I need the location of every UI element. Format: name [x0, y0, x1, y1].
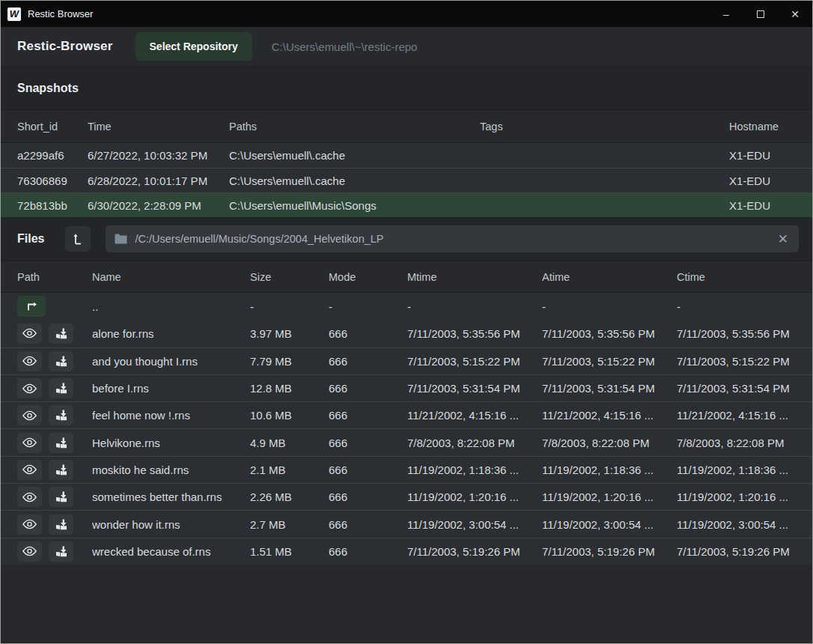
download-file-button[interactable] [49, 514, 73, 535]
file-mtime: 11/19/2002, 1:20:16 ... [407, 490, 542, 503]
up-right-arrow-icon [25, 300, 38, 312]
app-logo-icon: W [7, 7, 21, 21]
file-size: 12.8 MB [250, 382, 329, 395]
files-table-body: alone for.rns 3.97 MB 666 7/11/2003, 5:3… [1, 320, 812, 565]
file-row[interactable]: before I.rns 12.8 MB 666 7/11/2003, 5:31… [1, 374, 812, 401]
download-file-button[interactable] [49, 405, 73, 425]
go-up-directory-button[interactable] [17, 296, 46, 317]
select-repository-button[interactable]: Select Repository [136, 32, 252, 61]
col-paths[interactable]: Paths [229, 121, 480, 133]
file-mtime: 11/19/2002, 3:00:54 ... [407, 518, 542, 531]
files-table-header: Path Name Size Mode Mtime Atime Ctime [1, 261, 812, 293]
file-row[interactable]: alone for.rns 3.97 MB 666 7/11/2003, 5:3… [1, 320, 812, 347]
preview-file-button[interactable] [17, 405, 42, 425]
file-size: - [250, 300, 329, 313]
snapshot-paths: C:\Users\emuell\Music\Songs [229, 199, 480, 212]
preview-file-button[interactable] [17, 514, 42, 535]
snapshot-row[interactable]: 76306869 6/28/2022, 10:01:17 PM C:\Users… [1, 168, 812, 192]
download-icon [55, 519, 67, 530]
col-ctime[interactable]: Ctime [677, 271, 812, 283]
file-row[interactable]: feel home now !.rns 10.6 MB 666 11/21/20… [1, 401, 812, 428]
parent-directory-row[interactable]: .. - - - - - [1, 293, 812, 320]
download-file-button[interactable] [49, 323, 73, 344]
preview-file-button[interactable] [17, 541, 42, 562]
file-atime: 11/19/2002, 3:00:54 ... [542, 518, 677, 531]
col-short-id[interactable]: Short_id [17, 121, 88, 133]
file-row[interactable]: moskito he said.rns 2.1 MB 666 11/19/200… [1, 456, 812, 483]
download-file-button[interactable] [49, 460, 73, 480]
close-button[interactable]: ✕ [778, 1, 812, 27]
file-row[interactable]: sometimes better than.rns 2.26 MB 666 11… [1, 483, 812, 510]
snapshots-heading: Snapshots [17, 82, 79, 95]
download-file-button[interactable] [49, 351, 73, 371]
eye-icon [22, 519, 37, 529]
snapshot-hostname: X1-EDU [729, 174, 812, 187]
preview-file-button[interactable] [17, 378, 42, 398]
folder-icon [115, 234, 127, 244]
file-name: wrecked because of.rns [92, 545, 250, 558]
snapshot-row[interactable]: 72b813bb 6/30/2022, 2:28:09 PM C:\Users\… [1, 192, 812, 217]
download-file-button[interactable] [49, 541, 73, 562]
download-file-button[interactable] [49, 378, 73, 398]
current-path-value: /C:/Users/emuell/Music/Songs/2004_Helvet… [135, 233, 776, 245]
file-mtime: 7/11/2003, 5:31:54 PM [407, 382, 542, 395]
clear-path-button[interactable]: ✕ [776, 233, 790, 246]
file-mode: 666 [329, 464, 407, 476]
col-size[interactable]: Size [250, 271, 329, 283]
files-heading: Files [17, 232, 44, 246]
preview-file-button[interactable] [17, 433, 42, 453]
file-size: 7.79 MB [250, 355, 329, 368]
file-mode: 666 [329, 409, 407, 422]
col-mtime[interactable]: Mtime [407, 271, 542, 283]
app-title: Restic-Browser [17, 39, 113, 54]
download-file-button[interactable] [49, 487, 73, 507]
file-atime: - [542, 300, 677, 313]
file-ctime: 7/11/2003, 5:19:26 PM [677, 545, 812, 558]
col-tags[interactable]: Tags [480, 121, 729, 133]
snapshot-time: 6/30/2022, 2:28:09 PM [88, 199, 229, 212]
col-name[interactable]: Name [92, 271, 250, 283]
snapshot-row[interactable]: a2299af6 6/27/2022, 10:03:32 PM C:\Users… [1, 143, 812, 168]
snapshot-time: 6/28/2022, 10:01:17 PM [88, 174, 229, 187]
eye-icon [22, 437, 37, 448]
file-row[interactable]: wonder how it.rns 2.7 MB 666 11/19/2002,… [1, 510, 812, 537]
maximize-button[interactable] [743, 1, 778, 27]
eye-icon [22, 464, 37, 475]
file-row[interactable]: wrecked because of.rns 1.51 MB 666 7/11/… [1, 538, 812, 565]
download-icon [55, 410, 67, 421]
preview-file-button[interactable] [17, 351, 42, 371]
file-name: moskito he said.rns [92, 464, 250, 476]
col-mode[interactable]: Mode [329, 271, 407, 283]
snapshot-hostname: X1-EDU [729, 199, 812, 212]
file-mtime: 7/8/2003, 8:22:08 PM [407, 437, 542, 449]
file-mtime: 11/19/2002, 1:18:36 ... [407, 464, 542, 476]
eye-icon [22, 356, 37, 366]
window-title: Restic Browser [28, 8, 709, 19]
eye-icon [22, 410, 37, 421]
file-atime: 11/19/2002, 1:20:16 ... [542, 490, 677, 503]
preview-file-button[interactable] [17, 487, 42, 507]
preview-file-button[interactable] [17, 323, 42, 344]
download-icon [55, 464, 67, 476]
minimize-button[interactable]: – [709, 1, 743, 27]
file-ctime: 7/8/2003, 8:22:08 PM [677, 437, 812, 449]
file-mode: 666 [329, 437, 407, 449]
snapshot-short-id: 72b813bb [17, 199, 88, 212]
current-path-input[interactable]: /C:/Users/emuell/Music/Songs/2004_Helvet… [106, 225, 799, 252]
download-file-button[interactable] [49, 433, 73, 453]
col-time[interactable]: Time [88, 121, 229, 133]
file-atime: 11/21/2002, 4:15:16 ... [542, 409, 677, 422]
preview-file-button[interactable] [17, 460, 42, 480]
file-mtime: - [407, 300, 542, 313]
col-atime[interactable]: Atime [542, 271, 677, 283]
col-path[interactable]: Path [17, 271, 92, 283]
file-row[interactable]: and you thought I.rns 7.79 MB 666 7/11/2… [1, 347, 812, 374]
col-hostname[interactable]: Hostname [729, 121, 812, 133]
dump-snapshot-button[interactable] [65, 226, 91, 252]
eye-icon [22, 383, 37, 394]
file-row[interactable]: Helvikone.rns 4.9 MB 666 7/8/2003, 8:22:… [1, 428, 812, 455]
file-ctime: 11/19/2002, 3:00:54 ... [677, 518, 812, 531]
file-size: 2.26 MB [250, 490, 329, 503]
file-name: Helvikone.rns [92, 437, 250, 449]
file-mode: 666 [329, 382, 407, 395]
